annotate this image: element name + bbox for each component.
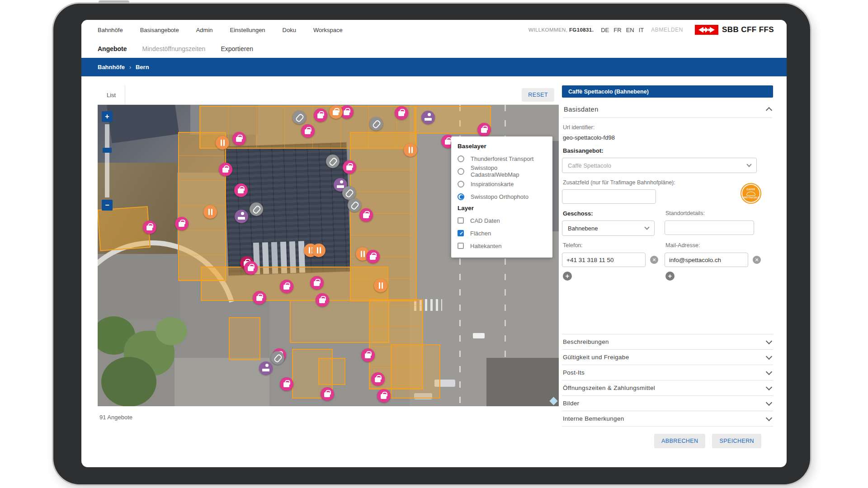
cancel-button[interactable]: ABBRECHEN bbox=[654, 434, 705, 448]
accordion-beschreibungen[interactable]: Beschreibungen bbox=[562, 334, 773, 349]
baselayer-option[interactable]: Thunderforest Transport bbox=[458, 152, 546, 165]
layer-option[interactable]: Haltekanten bbox=[458, 239, 546, 252]
map-marker-bag[interactable] bbox=[280, 280, 293, 293]
map-marker-bag[interactable] bbox=[219, 163, 232, 176]
checkbox-icon[interactable] bbox=[458, 217, 464, 224]
zoom-in-button[interactable]: + bbox=[102, 111, 113, 122]
radio-icon[interactable] bbox=[458, 193, 464, 200]
reset-button[interactable]: RESET bbox=[522, 88, 554, 102]
map-marker-bago[interactable] bbox=[329, 105, 343, 119]
radio-icon[interactable] bbox=[458, 168, 464, 175]
map-marker-bag[interactable] bbox=[371, 372, 385, 386]
radio-icon[interactable] bbox=[458, 155, 464, 162]
layer-option[interactable]: CAD Daten bbox=[458, 214, 546, 227]
checkbox-icon[interactable] bbox=[458, 243, 464, 249]
logout-link[interactable]: ABMELDEN bbox=[651, 27, 683, 33]
sbb-logo: SBB CFF FFS bbox=[695, 25, 774, 35]
map-marker-fork[interactable] bbox=[404, 143, 417, 157]
baselayer-option[interactable]: Swisstopo Orthophoto bbox=[458, 190, 546, 203]
map-marker-bag[interactable] bbox=[321, 387, 334, 401]
map-marker-fork[interactable] bbox=[312, 244, 326, 257]
map-marker-desk[interactable] bbox=[235, 210, 248, 223]
map-marker-clip[interactable] bbox=[271, 351, 284, 365]
baselayer-option[interactable]: Inspirationskarte bbox=[458, 178, 546, 190]
tab-mindestoeffnungszeiten[interactable]: Mindestöffnungszeiten bbox=[142, 45, 206, 52]
map-marker-bag[interactable] bbox=[343, 160, 356, 174]
lang-en[interactable]: EN bbox=[626, 27, 634, 33]
zoom-slider-track[interactable] bbox=[105, 124, 109, 197]
section-basisdaten[interactable]: Basisdaten bbox=[563, 102, 772, 118]
map-marker-desk[interactable] bbox=[259, 361, 273, 375]
checkbox-icon[interactable] bbox=[458, 230, 464, 236]
map-marker-bag[interactable] bbox=[232, 132, 246, 145]
layer-option[interactable]: Flächen bbox=[458, 227, 546, 239]
add-telefon-button[interactable] bbox=[563, 272, 572, 281]
map-marker-bag[interactable] bbox=[301, 124, 315, 138]
list-tab[interactable]: List bbox=[98, 85, 125, 104]
map-marker-bag[interactable] bbox=[395, 106, 408, 120]
geschoss-select[interactable]: Bahnebene bbox=[562, 221, 655, 236]
zusatzfeld-input[interactable] bbox=[562, 189, 656, 204]
lang-it[interactable]: IT bbox=[639, 27, 644, 33]
baselayer-list: Thunderforest TransportSwisstopo Cadastr… bbox=[458, 152, 546, 203]
accordion-bilder[interactable]: Bilder bbox=[562, 395, 773, 411]
map-marker-bag[interactable] bbox=[143, 221, 156, 234]
nav-basisangebote[interactable]: Basisangebote bbox=[140, 27, 179, 33]
tab-angebote[interactable]: Angebote bbox=[98, 45, 127, 52]
accordion-gueltigkeit[interactable]: Gültigkeit und Freigabe bbox=[562, 349, 773, 365]
layer-option-label: Flächen bbox=[470, 230, 491, 237]
map-marker-bag[interactable] bbox=[314, 108, 327, 122]
lang-de[interactable]: DE bbox=[601, 27, 609, 33]
radio-icon[interactable] bbox=[458, 181, 464, 188]
map-marker-bag[interactable] bbox=[366, 250, 380, 263]
map-marker-bag[interactable] bbox=[234, 183, 248, 197]
add-mail-button[interactable] bbox=[665, 272, 675, 281]
map-marker-fork[interactable] bbox=[203, 205, 217, 219]
nav-workspace[interactable]: Workspace bbox=[313, 27, 343, 33]
lang-fr[interactable]: FR bbox=[613, 27, 621, 33]
basisangebot-select[interactable]: Caffè Spettacolo bbox=[562, 158, 757, 173]
breadcrumb-bahnhoefe[interactable]: Bahnhöfe bbox=[98, 64, 125, 70]
map-marker-fork[interactable] bbox=[374, 279, 387, 292]
nav-admin[interactable]: Admin bbox=[196, 27, 213, 33]
brand-text: SBB CFF FFS bbox=[722, 25, 774, 34]
zoom-out-button[interactable]: − bbox=[102, 200, 113, 211]
save-button[interactable]: SPEICHERN bbox=[712, 434, 761, 448]
accordion-interne-bemerkungen[interactable]: Interne Bemerkungen bbox=[562, 411, 773, 427]
tab-exportieren[interactable]: Exportieren bbox=[221, 45, 253, 52]
map-marker-clip[interactable] bbox=[342, 186, 356, 200]
clear-mail-icon[interactable] bbox=[753, 256, 761, 264]
map-marker-clip[interactable] bbox=[326, 155, 340, 168]
map-marker-bag[interactable] bbox=[361, 348, 375, 362]
standortdetails-input[interactable] bbox=[665, 221, 754, 235]
nav-einstellungen[interactable]: Einstellungen bbox=[230, 27, 265, 33]
telefon-input[interactable] bbox=[562, 253, 646, 267]
map-marker-clip[interactable] bbox=[292, 111, 306, 124]
map-marker-bag[interactable] bbox=[477, 123, 491, 136]
map-marker-bag[interactable] bbox=[310, 276, 324, 290]
accordion-post-its[interactable]: Post-Its bbox=[562, 365, 773, 380]
map-marker-bag[interactable] bbox=[359, 208, 373, 222]
zoom-slider-handle[interactable] bbox=[103, 148, 112, 153]
mail-input[interactable] bbox=[665, 253, 748, 267]
map-marker-clip[interactable] bbox=[348, 198, 361, 212]
nav-doku[interactable]: Doku bbox=[283, 27, 296, 33]
map-marker-bag[interactable] bbox=[377, 389, 391, 403]
baselayer-option[interactable]: Swisstopo CadastralWebMap bbox=[458, 165, 546, 178]
nav-bahnhoefe[interactable]: Bahnhöfe bbox=[98, 27, 123, 33]
map-marker-fork[interactable] bbox=[216, 136, 229, 150]
map-marker-clip[interactable] bbox=[250, 202, 263, 216]
map-marker-desk[interactable] bbox=[421, 111, 435, 124]
map-marker-bag[interactable] bbox=[316, 293, 329, 307]
map-marker-clip[interactable] bbox=[369, 117, 383, 131]
map-zoom-control: + − bbox=[102, 111, 113, 211]
map-marker-bag[interactable] bbox=[244, 261, 258, 275]
map-canvas[interactable]: + − Baselayer Thunderforest TransportSwi… bbox=[98, 105, 559, 406]
clear-telefon-icon[interactable] bbox=[650, 256, 658, 264]
chevron-down-icon bbox=[766, 353, 772, 359]
layer-option-label: Haltekanten bbox=[470, 243, 501, 249]
accordion-oeffnungszeiten[interactable]: Öffnungszeiten & Zahlungsmittel bbox=[562, 380, 773, 395]
map-marker-bag[interactable] bbox=[253, 291, 266, 305]
map-marker-bag[interactable] bbox=[280, 377, 293, 391]
map-marker-bag[interactable] bbox=[175, 217, 189, 230]
